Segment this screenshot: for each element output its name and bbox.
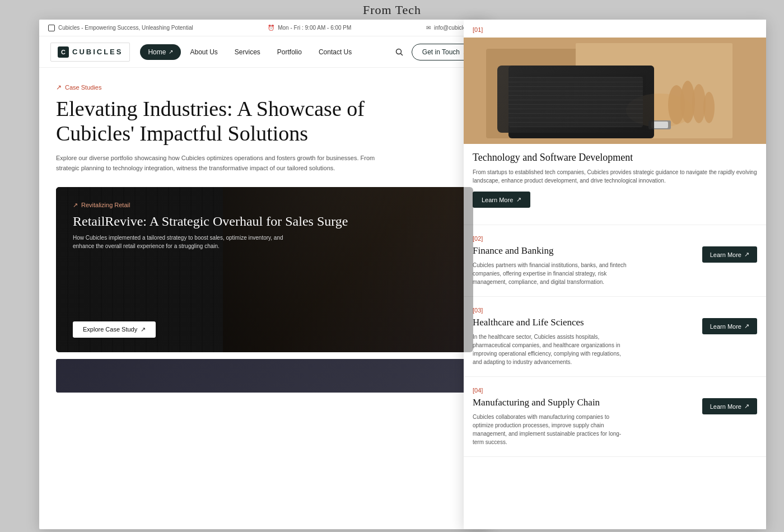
industry-row-02: [02] Finance and Banking Cubicles partne… [464,225,766,297]
learn-more-label-01: Learn More [482,197,513,203]
card-tag-text: Revitalizing Retail [81,202,130,208]
tech-card-title-01: Technology and Software Development [473,152,757,164]
topbar-logo-small [48,25,55,31]
industry-row-left-04: [04] Manufacturing and Supply Chain Cubi… [473,387,629,446]
nav-item-services[interactable]: Services [227,44,268,60]
learn-more-label-02: Learn More [710,251,741,258]
right-panel-inner: [01] [464,20,766,457]
industry-row-right-04: Learn More ↗ [702,393,757,414]
tech-card-desc-01: From startups to established tech compan… [473,168,757,185]
industry-row-03: [03] Healthcare and Life Sciences In the… [464,297,766,377]
section-num-02: [02] [473,235,629,242]
learn-more-arrow-04: ↗ [744,403,749,410]
svg-rect-8 [520,83,643,88]
nav-contact-label: Contact Us [319,48,352,56]
industry-title-04: Manufacturing and Supply Chain [473,397,629,408]
industry-row-right-03: Learn More ↗ [702,312,757,334]
case-studies-arrow: ↗ [56,83,62,91]
email-icon: ✉ [426,25,431,31]
svg-rect-12 [520,110,643,115]
industry-row-left-02: [02] Finance and Banking Cubicles partne… [473,235,629,286]
nav-home-arrow: ↗ [169,49,173,55]
nav-item-portfolio[interactable]: Portfolio [269,44,310,60]
industry-desc-02: Cubicles partners with financial institu… [473,261,629,286]
industry-title-03: Healthcare and Life Sciences [473,317,629,328]
top-strip-text: From Tech [363,3,421,17]
browser-window: Cubicles - Empowering Success, Unleashin… [39,20,490,529]
learn-more-button-02[interactable]: Learn More ↗ [702,246,757,263]
topbar-hours-text: Mon - Fri : 9:00 AM - 6:00 PM [278,25,351,31]
section-num-01: [01] [464,20,766,38]
nav-item-home[interactable]: Home ↗ [140,44,181,60]
nav-services-label: Services [235,48,260,56]
main-content: ↗ Case Studies Elevating Industries: A S… [39,68,490,393]
topbar: Cubicles - Empowering Success, Unleashin… [39,20,490,36]
hero-subtext: Explore our diverse portfolio showcasing… [56,153,381,173]
industry-desc-03: In the healthcare sector, Cubicles assis… [473,333,629,366]
page-title: Elevating Industries: A Showcase of Cubi… [56,97,437,146]
second-card-preview [56,359,473,393]
card-btn-arrow: ↗ [141,326,146,333]
learn-more-button-04[interactable]: Learn More ↗ [702,398,757,414]
featured-card-content: ↗ Revitalizing Retail RetailRevive: A St… [56,187,473,352]
svg-rect-9 [520,90,643,95]
nav-item-about[interactable]: About Us [182,44,225,60]
svg-point-17 [703,92,715,123]
nav-home-label: Home [148,48,166,56]
nav-logo-text: CUBICLES [72,48,123,56]
industry-row-left-03: [03] Healthcare and Life Sciences In the… [473,307,629,366]
featured-card: ↗ Revitalizing Retail RetailRevive: A St… [56,187,473,352]
industry-desc-04: Cubicles collaborates with manufacturing… [473,413,629,446]
topbar-hours: ⏰ Mon - Fri : 9:00 AM - 6:00 PM [268,25,351,31]
nav-item-contact[interactable]: Contact Us [311,44,360,60]
svg-rect-5 [508,66,654,138]
industry-title-02: Finance and Banking [473,245,629,256]
svg-rect-6 [517,74,646,130]
nav-items: Home ↗ About Us Services Portfolio Conta… [140,44,392,60]
explore-case-study-button[interactable]: Explore Case Study ↗ [73,321,156,338]
tech-card-image [464,38,766,144]
right-panel: [01] [464,20,766,529]
card-tag-arrow: ↗ [73,202,78,209]
card-title: RetailRevive: A Strategic Overhaul for S… [73,213,456,230]
topbar-left: Cubicles - Empowering Success, Unleashin… [48,25,193,31]
nav-cta-label: Get in Touch [422,48,460,56]
industry-row-right-02: Learn More ↗ [702,241,757,263]
learn-more-button-01[interactable]: Learn More ↗ [473,192,530,208]
nav-portfolio-label: Portfolio [277,48,302,56]
second-card-preview-bg [56,359,473,393]
navbar: C CUBICLES Home ↗ About Us Services Port… [39,36,490,68]
svg-point-0 [396,49,401,54]
industry-row-04: [04] Manufacturing and Supply Chain Cubi… [464,377,766,457]
case-studies-label: ↗ Case Studies [56,83,473,91]
topbar-brand: Cubicles - Empowering Success, Unleashin… [58,25,193,31]
nav-about-label: About Us [190,48,217,56]
section-num-04: [04] [473,387,629,394]
svg-rect-7 [520,77,643,81]
outer-frame: From Tech Cubicles - Empowering Success,… [0,0,784,532]
svg-line-1 [400,53,403,55]
top-strip: From Tech [0,0,784,20]
learn-more-arrow-03: ↗ [744,323,749,330]
cubicles-logo-icon: C [58,46,69,58]
svg-rect-19 [651,122,668,128]
learn-more-arrow-02: ↗ [744,251,749,258]
nav-logo[interactable]: C CUBICLES [50,43,130,62]
learn-more-button-03[interactable]: Learn More ↗ [702,318,757,334]
learn-more-label-03: Learn More [710,323,741,330]
tech-card-01: [01] [464,20,766,225]
section-num-03: [03] [473,307,629,314]
tech-card-body-01: Technology and Software Development From… [464,144,766,216]
card-tag: ↗ Revitalizing Retail [73,202,456,209]
search-icon[interactable] [393,45,406,59]
clock-icon: ⏰ [268,25,274,31]
learn-more-label-04: Learn More [710,403,741,410]
svg-rect-10 [520,97,643,101]
case-studies-text: Case Studies [65,84,101,91]
learn-more-arrow-01: ↗ [516,196,521,203]
card-desc: How Cubicles implemented a tailored stra… [73,234,286,250]
svg-rect-11 [520,104,643,108]
card-btn-label: Explore Case Study [83,326,137,333]
